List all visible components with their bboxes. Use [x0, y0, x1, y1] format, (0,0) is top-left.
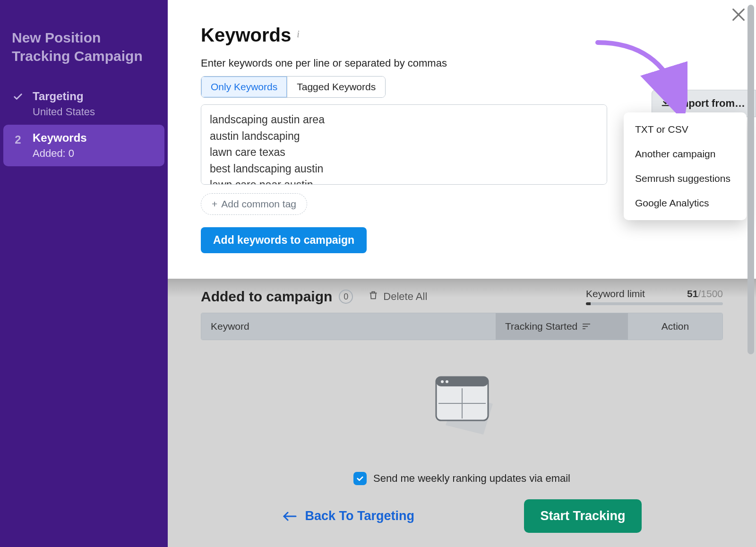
scrollbar[interactable] — [747, 5, 754, 354]
checkmark-icon — [12, 90, 24, 102]
svg-rect-7 — [436, 377, 488, 386]
keyword-limit-value: 51/1500 — [687, 288, 723, 299]
keywords-textarea[interactable] — [201, 104, 607, 185]
table-header: Keyword Tracking Started Action — [201, 313, 722, 340]
download-icon — [661, 97, 671, 110]
column-action: Action — [628, 313, 722, 340]
trash-icon — [368, 290, 378, 303]
delete-all-label: Delete All — [383, 291, 427, 303]
close-icon[interactable] — [730, 7, 747, 23]
page-title: Keywords — [201, 25, 291, 46]
start-tracking-button[interactable]: Start Tracking — [524, 499, 641, 533]
added-to-campaign-section: Added to campaign 0 Delete All Keyword l… — [168, 288, 756, 435]
plus-icon: + — [212, 198, 217, 210]
sort-icon — [582, 323, 591, 330]
main-area: Keywords i Enter keywords one per line o… — [168, 0, 756, 547]
weekly-updates-label: Send me weekly ranking updates via email — [373, 472, 570, 485]
wizard-title: New Position Tracking Campaign — [12, 28, 156, 65]
add-common-tag-label: Add common tag — [221, 198, 296, 210]
keywords-table: Keyword Tracking Started Action — [201, 313, 723, 340]
add-keywords-button[interactable]: Add keywords to campaign — [201, 227, 367, 253]
arrow-left-icon — [283, 512, 297, 521]
wizard-sidebar: New Position Tracking Campaign Targeting… — [0, 0, 168, 547]
import-option-google-analytics[interactable]: Google Analytics — [624, 191, 747, 215]
column-tracking-started[interactable]: Tracking Started — [496, 313, 628, 340]
step-name: Targeting — [33, 90, 156, 103]
added-title: Added to campaign — [201, 289, 332, 305]
keyword-limit-label: Keyword limit — [586, 288, 645, 299]
delete-all-button[interactable]: Delete All — [368, 290, 427, 303]
segment-tagged-keywords[interactable]: Tagged Keywords — [287, 77, 385, 97]
back-label: Back To Targeting — [305, 509, 415, 523]
column-keyword[interactable]: Keyword — [201, 313, 496, 340]
svg-point-9 — [446, 380, 448, 383]
add-common-tag-button[interactable]: + Add common tag — [201, 193, 307, 215]
input-hint: Enter keywords one per line or separated… — [201, 57, 723, 69]
keyword-limit: Keyword limit 51/1500 — [586, 288, 723, 305]
wizard-step-keywords[interactable]: 2 Keywords Added: 0 — [3, 125, 164, 166]
segment-only-keywords[interactable]: Only Keywords — [201, 77, 287, 97]
keyword-mode-toggle: Only Keywords Tagged Keywords — [201, 76, 386, 98]
wizard-step-targeting[interactable]: Targeting United States — [3, 83, 164, 125]
footer: Send me weekly ranking updates via email… — [168, 472, 756, 533]
empty-state-illustration — [201, 340, 723, 435]
import-option-txt-csv[interactable]: TXT or CSV — [624, 117, 747, 142]
weekly-updates-checkbox[interactable] — [353, 472, 367, 485]
step-number: 2 — [15, 133, 21, 146]
import-option-semrush-suggestions[interactable]: Semrush suggestions — [624, 166, 747, 191]
step-name: Keywords — [33, 131, 156, 145]
info-icon[interactable]: i — [297, 29, 300, 42]
added-count-badge: 0 — [339, 290, 353, 304]
step-subtext: United States — [33, 106, 156, 118]
import-from-menu: TXT or CSV Another campaign Semrush sugg… — [624, 112, 747, 220]
import-option-another-campaign[interactable]: Another campaign — [624, 142, 747, 166]
step-subtext: Added: 0 — [33, 147, 156, 160]
import-from-label: Import from… — [677, 97, 745, 110]
svg-point-8 — [441, 380, 444, 383]
back-to-targeting-link[interactable]: Back To Targeting — [283, 509, 415, 523]
